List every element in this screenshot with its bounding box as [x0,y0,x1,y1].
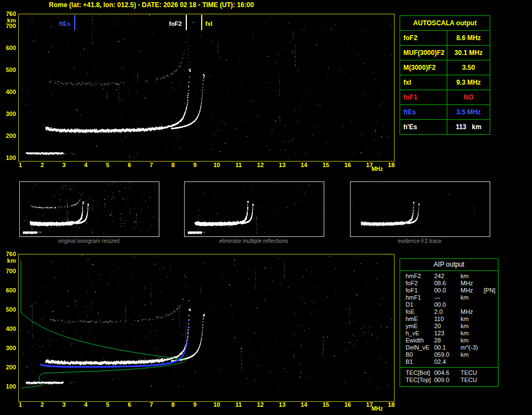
top-y-tick-600: 600 [2,45,16,51]
aip-value: 00.0 [434,287,456,294]
bottom-y-tick-700: 700 [2,268,16,274]
autoscala-output-table: AUTOSCALA output foF28.6 MHzMUF(3000)F23… [400,15,490,135]
autoscala-row: ftEs3.5 MHz [400,104,490,119]
aip-value: 2.0 [434,308,456,316]
aip-row: hmF1---km [400,294,498,301]
aip-row: hmF2242km [400,273,498,280]
thumbnail-canvas-multiples-removed [185,182,323,235]
thumbnail-canvas-f2-trace [351,182,489,235]
top-x-tick-6: 6 [124,162,136,168]
aip-unit [461,301,483,308]
ionogram-plot-bottom [18,254,395,402]
aip-unit: km [461,273,483,280]
top-x-unit-label: MHz [372,166,383,172]
aip-value: --- [434,294,456,301]
aip-output-table: AIP output hmF2242kmfoF208.6MHzfoF100.0M… [400,258,498,387]
top-x-tick-9: 9 [189,162,201,168]
bottom-x-tick-13: 13 [276,402,288,408]
bottom-y-tick-500: 500 [2,307,16,313]
bottom-y-max-label: 760 [2,251,16,257]
aip-unit: TECU [461,377,483,384]
autoscala-value: 3.5 MHz [447,105,490,119]
aip-unit: MHz [461,287,483,294]
autoscala-value: 113 km [447,120,490,134]
bottom-x-tick-16: 16 [342,402,354,408]
aip-row: B102.4 [400,358,498,366]
aip-param: B0 [406,351,434,358]
aip-param: foF2 [406,280,434,287]
top-x-tick-7: 7 [145,162,157,168]
aip-value: 20 [434,323,456,330]
top-y-tick-300: 300 [2,111,16,117]
autoscala-row: foF1NO [400,90,490,104]
thumbnail-original-ionogram [19,181,159,237]
aip-unit: km [461,323,483,330]
top-x-tick-1: 1 [14,162,26,168]
aip-value: 110 [434,316,456,323]
aip-unit: km [461,316,483,323]
top-y-tick-700: 700 [2,23,16,29]
autoscala-param: foF2 [400,31,447,45]
bottom-x-tick-11: 11 [232,402,245,408]
bottom-y-tick-100: 100 [2,384,16,390]
autoscala-table-body: foF28.6 MHzMUF(3000)F230.1 MHzM(3000)F23… [400,30,490,134]
autoscala-param: ftEs [400,105,447,119]
ftEs-marker-line [74,15,75,30]
bottom-y-tick-400: 400 [2,326,16,332]
aip-param: hmE [406,316,434,323]
aip-param: B1 [406,358,434,366]
top-x-tick-12: 12 [254,162,267,168]
aip-tec-row: TEC[Top]009.0TECU [400,377,498,384]
aip-unit: TECU [461,369,483,377]
thumbnail-f2-trace [350,181,490,237]
foF2-marker-label: foF2 [168,20,182,27]
bottom-x-tick-8: 8 [167,402,179,408]
thumbnail-canvas-original [20,182,158,235]
aip-note: [PN] [484,287,495,294]
foF2-marker-line [186,15,187,30]
aip-param: hmF2 [406,273,434,280]
aip-value: 123 [434,330,456,337]
bottom-y-tick-300: 300 [2,345,16,351]
aip-unit: km [461,337,483,344]
aip-row: B0059.0km [400,351,498,358]
ionogram-trace-canvas-bottom [19,254,393,400]
thumbnail-caption-f2: evidence F2 trace [350,238,490,244]
autoscala-row: M(3000)F23.50 [400,60,490,75]
aip-value: 004.6 [434,369,456,377]
bottom-x-tick-7: 7 [145,402,157,408]
aip-param: DelN_vE [406,344,434,351]
top-y-tick-100: 100 [2,155,16,161]
aip-param: D1 [406,301,434,308]
aip-value: 059.0 [434,351,456,358]
bottom-x-tick-15: 15 [320,402,332,408]
bottom-x-tick-9: 9 [189,402,201,408]
aip-param: TEC[Top] [406,377,434,384]
bottom-y-tick-600: 600 [2,287,16,294]
autoscala-row: MUF(3000)F230.1 MHz [400,45,490,60]
bottom-y-tick-200: 200 [2,364,16,370]
aip-param: foF1 [406,287,434,294]
aip-unit: km [461,294,483,301]
ftEs-marker-label: ftEs [58,20,71,27]
top-x-tick-11: 11 [232,162,245,168]
aip-table-body: hmF2242kmfoF208.6MHzfoF100.0MHz[PN]hmF1-… [400,273,498,366]
top-x-tick-10: 10 [210,162,223,168]
aip-param: foE [406,308,434,316]
bottom-x-tick-12: 12 [254,402,267,408]
top-x-tick-14: 14 [298,162,310,168]
autoscala-row: fxI9.3 MHz [400,75,490,90]
top-x-tick-13: 13 [276,162,288,168]
autoscala-row: h'Es113 km [400,119,490,134]
aip-param: ymE [406,323,434,330]
aip-unit: km [461,351,483,358]
thumbnail-caption-original: original ionogram resized [19,238,159,244]
top-x-tick-3: 3 [58,162,70,168]
bottom-x-tick-3: 3 [58,402,70,408]
aip-row: D100.0 [400,301,498,308]
ionogram-plot-top [18,14,395,162]
top-x-tick-15: 15 [320,162,332,168]
bottom-x-tick-1: 1 [14,402,26,408]
aip-row: foE2.0MHz [400,308,498,316]
aip-param: hmF1 [406,294,434,301]
